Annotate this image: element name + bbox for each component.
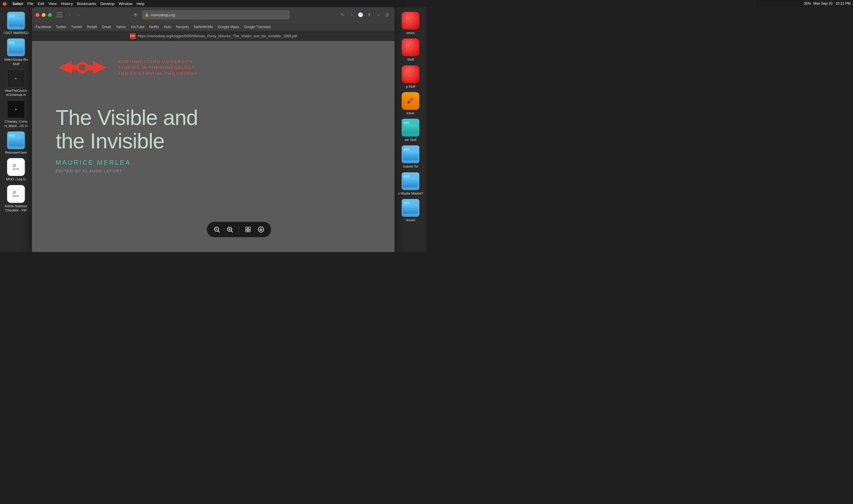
menubar-develop[interactable]: Develop: [101, 1, 114, 6]
bookmark-button[interactable]: ☆: [348, 11, 355, 19]
bookmark-hulu[interactable]: Hulu: [164, 25, 171, 29]
menubar-app-name[interactable]: Safari: [13, 1, 23, 6]
icon-label: omics: [406, 31, 415, 35]
svg-line-6: [218, 231, 220, 232]
pdf-url-bar: PDF https://monoskop.org/images/8/80/Mer…: [32, 31, 394, 41]
app-icon: 🔴: [402, 38, 420, 56]
bookmark-twitter[interactable]: Twitter: [56, 25, 66, 29]
menubar-history[interactable]: History: [61, 1, 73, 6]
icon-label: I GOT MARRIED: [3, 31, 29, 35]
minimize-button[interactable]: [42, 13, 46, 17]
bookmark-nanowrimo[interactable]: NaNoWriMo: [194, 25, 213, 29]
desktop-icon-rkouts[interactable]: rkouts!: [396, 197, 425, 224]
app-icon: 🔴: [402, 66, 420, 83]
menubar-help[interactable]: Help: [137, 1, 144, 6]
titlebar-actions: ↻ ☆ 🕐 ⬆ ＋ ⊞: [339, 11, 391, 19]
bookmarks-bar: Facebook Twitter Tumblr Reddit Gmail Yah…: [32, 22, 394, 31]
nav-buttons: ‹ ›: [66, 11, 83, 19]
book-author: MAURICE MERLEA: [56, 159, 131, 166]
bookmark-googletranslate[interactable]: Google Translate: [244, 25, 271, 29]
history-button[interactable]: 🕐: [357, 11, 364, 19]
address-text: monoskop.org: [151, 13, 175, 17]
title-line2: the Invisible: [56, 129, 198, 153]
folder-icon: [7, 12, 25, 30]
desktop-icon-fiction[interactable]: 🖊 iction: [396, 90, 425, 117]
share-button[interactable]: ⬆: [366, 11, 373, 19]
desktop-icons-right: 🔴 omics 🔴 Stuff 🔴 g Stuff 🖊 iction: [394, 7, 427, 252]
page-view-button[interactable]: [243, 224, 253, 235]
title-line1: The Visible and: [56, 106, 198, 129]
pdf-content[interactable]: NORTHWESTERN UNIVERSITY STUDIES IN PHENO…: [32, 41, 394, 252]
thumbnail-icon: ▶: [7, 70, 25, 87]
svg-rect-14: [248, 230, 250, 232]
bookmark-gmail[interactable]: Gmail: [102, 25, 111, 29]
close-button[interactable]: [36, 13, 39, 17]
desktop-icon-igotmarried[interactable]: I GOT MARRIED: [1, 10, 31, 37]
nu-logo: [56, 53, 109, 82]
menubar: 🍎 Safari File Edit View History Bookmark…: [0, 0, 427, 7]
desktop-icon-relocateditem[interactable]: Relocated Item: [1, 130, 31, 156]
browser-window: ‹ › ⛨ 🔒 monoskop.org ↻ ☆ 🕐 ⬆ ＋ ⊞ Facebo: [32, 7, 394, 252]
address-bar[interactable]: 🔒 monoskop.org: [142, 10, 290, 20]
desktop-icon-howthegooch[interactable]: ▶ HowTheGooch eChristmas.m: [1, 68, 31, 99]
menubar-edit[interactable]: Edit: [38, 1, 44, 6]
icon-label: Video-Essay-Blo Stuff: [2, 57, 30, 66]
bookmark-netflix[interactable]: Netflix: [149, 25, 159, 29]
desktop-icon-videoessay[interactable]: Video-Essay-Blo Stuff: [1, 37, 31, 68]
bookmark-facebook[interactable]: Facebook: [36, 25, 51, 29]
folder-icon: [402, 172, 420, 190]
book-editor: EDITED BY CLAUDE LEFORT: [56, 169, 122, 173]
desktop-icon-comics[interactable]: 🔴 omics: [396, 10, 425, 37]
tabs-button[interactable]: ⊞: [383, 11, 391, 19]
pdf-page: NORTHWESTERN UNIVERSITY STUDIES IN PHENO…: [32, 41, 394, 252]
reload-button[interactable]: ↻: [339, 11, 346, 19]
pdf-file-icon: PDF: [130, 33, 136, 39]
desktop-icon-submitto[interactable]: Submit To!: [396, 144, 425, 170]
bookmark-tumblr[interactable]: Tumblr: [71, 25, 82, 29]
icon-label: Article Submiss Checklist - XW: [2, 204, 30, 213]
publisher-area: NORTHWESTERN UNIVERSITY STUDIES IN PHENO…: [56, 53, 198, 82]
app-icon: 🔴: [402, 12, 420, 30]
bookmark-youtube[interactable]: YouTube: [130, 25, 144, 29]
maximize-button[interactable]: [48, 13, 52, 17]
apple-menu[interactable]: 🍎: [2, 1, 7, 6]
svg-rect-13: [246, 230, 248, 232]
forward-button[interactable]: ›: [75, 11, 83, 19]
folder-icon: [402, 199, 420, 217]
desktop-icon-stuff[interactable]: 🔴 Stuff: [396, 37, 425, 64]
publisher-line2: STUDIES IN PHENOMENOLOGY: [118, 65, 198, 70]
new-tab-button[interactable]: ＋: [374, 11, 382, 19]
menubar-file[interactable]: File: [27, 1, 34, 6]
thumbnail-icon: ▶: [7, 101, 25, 118]
svg-rect-12: [248, 227, 250, 230]
desktop-icon-articlesubmiss[interactable]: @HTTP Article Submiss Checklist - XW: [1, 183, 31, 214]
icon-label: rkouts!: [406, 218, 415, 222]
sidebar-toggle-button[interactable]: [57, 13, 63, 17]
bookmark-neopets[interactable]: Neopets: [176, 25, 189, 29]
bookmark-googlemaps[interactable]: Google Maps: [218, 25, 239, 29]
http-icon: @HTTP: [7, 185, 25, 203]
zoom-in-button[interactable]: [225, 224, 235, 235]
folder-icon: [7, 38, 25, 56]
desktop-icon-elestuff[interactable]: ele Stuff: [396, 117, 425, 144]
desktop-icon-gstuff[interactable]: 🔴 g Stuff: [396, 64, 425, 90]
menubar-left: 🍎 Safari File Edit View History Bookmark…: [2, 1, 144, 6]
desktop-icon-omaybe[interactable]: o Maybe Maybe?: [396, 170, 425, 197]
menubar-view[interactable]: View: [49, 1, 57, 6]
menubar-bookmarks[interactable]: Bookmarks: [77, 1, 96, 6]
icon-label: Relocated Item: [5, 150, 27, 155]
menubar-window[interactable]: Window: [119, 1, 132, 6]
desktop-icon-muo[interactable]: @HTTP MUO ‹ Log In: [1, 156, 31, 183]
desktop-icon-compaq[interactable]: ▶ Compaq_Comp rs_Mash...-01.m: [1, 98, 31, 130]
folder-icon: [7, 131, 25, 149]
icon-label: iction: [407, 111, 414, 115]
download-button[interactable]: [255, 224, 266, 235]
bookmark-yahoo[interactable]: Yahoo: [116, 25, 126, 29]
back-button[interactable]: ‹: [66, 11, 74, 19]
folder-icon: [402, 145, 420, 163]
lock-icon: 🔒: [145, 13, 149, 17]
svg-point-3: [79, 64, 86, 71]
zoom-out-button[interactable]: [212, 224, 222, 235]
bookmark-reddit[interactable]: Reddit: [87, 25, 97, 29]
pdf-toolbar: [207, 222, 271, 237]
